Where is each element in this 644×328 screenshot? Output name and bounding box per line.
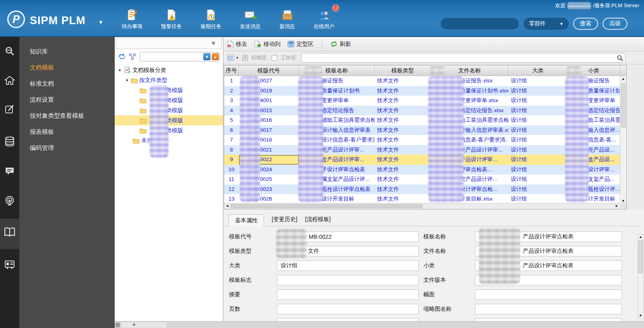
sidebar-menu-item[interactable]: 文档模板 <box>19 59 115 76</box>
scroll-down-arrow[interactable]: ▼ <box>638 314 643 318</box>
alert-tasks-button[interactable]: 预警任务 <box>161 7 182 30</box>
chat-icon[interactable] <box>0 162 19 180</box>
remove-button[interactable]: 移去 <box>227 41 247 48</box>
online-users-button[interactable]: 12 在线用户 <box>314 7 334 30</box>
tab-basic-properties[interactable]: 基本属性 <box>229 214 264 226</box>
tree-folder-node[interactable]: 类模版 <box>115 105 223 115</box>
field-label-template-type: 模板类型 <box>229 248 277 255</box>
caret-down-icon[interactable]: ▼ <box>125 78 130 82</box>
summary-input[interactable] <box>277 289 419 300</box>
search-next-button[interactable]: ▼ <box>203 53 211 60</box>
list-view-icon <box>227 55 234 61</box>
sidebar-menu-item[interactable]: 编码管理 <box>19 140 115 156</box>
tree-search-input[interactable] <box>142 53 185 61</box>
tree-hierarchy-icon[interactable] <box>129 53 137 60</box>
todo-button[interactable]: 待办事项 <box>122 7 142 30</box>
table-row[interactable]: 11 MB-0025 属支架产品设计评... 技术文件 架产品设计评... 设计… <box>224 174 620 184</box>
scrollbar-thumb[interactable] <box>621 83 625 127</box>
send-message-button[interactable]: 发送消息 <box>240 7 261 30</box>
col-header-type[interactable]: 模板类型 <box>375 66 431 76</box>
caret-down-icon[interactable]: ▼ <box>118 68 122 72</box>
table-row[interactable]: 5 MB-0016 辅助工装治具需求点检表 技术文件 助工装治具需求点检... … <box>224 115 620 125</box>
view-mode-button[interactable]: ▼ <box>227 55 239 61</box>
table-row[interactable]: 6 MB-0017 设计输入信息评审表 技术文件 计输入信息评审表.xlsx 设… <box>224 125 620 135</box>
fixed-area-button[interactable]: 定型区 <box>287 41 314 48</box>
sipm-search-icon[interactable]: SIPM <box>0 43 19 60</box>
search-prev-button[interactable]: ▲ <box>212 53 219 60</box>
home-icon[interactable] <box>0 72 19 89</box>
collapse-double-chevron-icon[interactable]: » <box>211 41 218 45</box>
table-row[interactable]: 9 MB-0022 盒产品设计评审... 技术文件 产品设计评审... 设计组 … <box>224 155 620 165</box>
sidebar-menu-item[interactable]: 标准文档 <box>19 76 115 92</box>
sidebar-menu-item[interactable]: 按对象类型查看模板 <box>19 108 115 124</box>
refresh-button[interactable]: 刷新 <box>330 41 351 48</box>
tree-folder-node[interactable]: 类模版 <box>115 115 223 125</box>
workspace-checkbox[interactable] <box>272 55 277 61</box>
field-label-file-version: 文件版本 <box>419 277 475 284</box>
broadcast-icon[interactable] <box>0 192 19 210</box>
scroll-down-arrow[interactable]: ▼ <box>620 199 626 203</box>
scrollbar-thumb[interactable] <box>230 204 423 208</box>
tab-process-template[interactable]: [流程模板] <box>305 213 331 226</box>
col-header-seq[interactable]: 序号 <box>224 66 239 76</box>
table-row[interactable]: 1 MB-0027 验证报告 技术文件 验证报告.xlsx 设计组 验证报告 <box>224 76 620 86</box>
search-icon[interactable] <box>617 55 623 62</box>
sidebar-menu-item[interactable]: 报表模板 <box>19 124 115 140</box>
resize-corner[interactable] <box>116 323 120 327</box>
major-category-input[interactable] <box>277 260 419 271</box>
advanced-search-button[interactable]: 高级 <box>603 18 627 30</box>
table-row[interactable]: 2 MB-0019 质量保证计划书 技术文件 质量保证计划书.xlsx 设计组 … <box>224 86 620 96</box>
send-envelope-icon <box>244 7 257 22</box>
scroll-left-arrow[interactable]: ◄ <box>225 204 229 208</box>
tree-root-node[interactable]: ▼ 文档模板分类 <box>115 65 223 75</box>
table-row[interactable]: 3 MB-4001 变更评审单 技术文件 变更评审单.xlsx 设计组 变更评审… <box>224 96 620 106</box>
col-header-major[interactable]: 大类 <box>508 66 568 76</box>
thumbnail-input[interactable] <box>475 304 622 314</box>
online-users-label: 在线用户 <box>314 23 334 30</box>
field-label-minor: 小类 <box>419 262 475 269</box>
new-message-button[interactable]: 新消息 <box>279 7 295 30</box>
sidebar-menu-item[interactable]: 流程设置 <box>19 92 115 108</box>
format-input[interactable] <box>475 289 622 300</box>
database-icon[interactable] <box>0 133 19 150</box>
tree-group-node[interactable]: ▼ 按文件类型 <box>115 75 223 85</box>
tree-unclassified-node[interactable]: 未分 <box>115 135 223 146</box>
tree-refresh-icon[interactable] <box>118 53 126 60</box>
scrollbar-thumb[interactable] <box>638 240 643 273</box>
search-category-dropdown[interactable]: 零部件 ▼ <box>524 18 569 30</box>
cell-type: 技术文件 <box>375 194 431 204</box>
table-row[interactable]: 4 MB-0015 选定结论报告 技术文件 选定结论报告.xlsx 设计组 选定… <box>224 106 620 116</box>
pages-input[interactable] <box>277 304 419 314</box>
global-search-input[interactable] <box>440 18 519 30</box>
alert-doc-icon <box>165 7 178 22</box>
table-row[interactable]: 12 MB-0023 瓶栓设计评审点检表 技术文件 设计评审点检... 设计组 … <box>224 184 620 195</box>
template-flag-input[interactable] <box>277 275 419 285</box>
tree-root-label: 文档模板分类 <box>132 67 166 74</box>
cell-seq: 1 <box>224 76 239 86</box>
table-row[interactable]: 10 MB-0024 子设计评审点检表 技术文件 评审点检表... 设计组 设计… <box>224 165 620 175</box>
search-category-value: 零部件 <box>529 20 546 27</box>
cell-type: 技术文件 <box>375 165 431 175</box>
archive-area-checkbox[interactable] <box>242 55 248 61</box>
tree-folder-node[interactable]: 类模版 <box>115 125 223 135</box>
tree-folder-node[interactable]: 类模版 <box>115 95 223 105</box>
table-body: 1 MB-0027 验证报告 技术文件 验证报告.xlsx 设计组 验证报告 2… <box>224 76 620 204</box>
table-row[interactable]: 13 MB-0026 设计开发目标 技术文件 开发目标.xlsx 设计组 计开发… <box>224 194 620 204</box>
scroll-right-arrow[interactable]: ► <box>615 204 619 208</box>
col-header-code[interactable]: 模版代号 <box>239 66 299 76</box>
id-card-icon[interactable] <box>0 256 19 273</box>
move-to-button[interactable]: 移动到 <box>254 41 281 48</box>
brand-dropdown-caret-icon[interactable]: ▼ <box>98 19 103 25</box>
table-row[interactable]: 8 MB-0021 壳产品设计评审... 技术文件 壳产品设计评审... 设计组… <box>224 145 620 155</box>
table-filter-input[interactable] <box>304 54 602 62</box>
sidebar-menu-item[interactable]: 知识库 <box>19 43 115 59</box>
search-button[interactable]: 搜索 <box>573 18 598 30</box>
tree-folder-node[interactable]: 类模版 <box>115 85 223 95</box>
scroll-up-arrow[interactable]: ▲ <box>620 77 626 81</box>
overdue-tasks-button[interactable]: 逾期任务 <box>200 7 221 30</box>
edit-icon[interactable] <box>0 100 19 118</box>
book-icon[interactable] <box>0 223 19 241</box>
table-row[interactable]: 7 MB-0018 设计信息表-客户要求清... 技术文件 信息表-客户要求清.… <box>224 135 620 145</box>
tab-change-history[interactable]: [变更历史] <box>272 213 297 226</box>
scroll-up-arrow[interactable]: ▲ <box>638 235 643 239</box>
